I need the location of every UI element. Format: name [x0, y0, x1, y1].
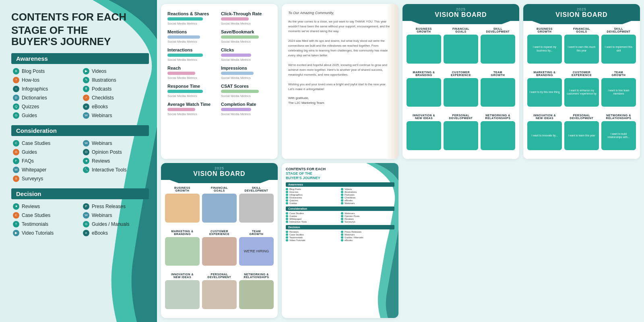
- left-panel: CONTENTS FOR EACH STAGE OF THE BUYER'S J…: [0, 0, 157, 322]
- gman-icon: G: [83, 221, 89, 227]
- list-item: ★Reviews: [13, 202, 79, 211]
- list-item: WWhitepaper: [13, 166, 79, 174]
- vision-cell: MARKETING &BRANDING: [407, 71, 441, 112]
- metric-bar: [221, 108, 251, 111]
- list-item: eBooks: [341, 199, 394, 202]
- vision-cell: MARKETING &BRANDING: [165, 230, 200, 271]
- consideration-header: Consideration: [11, 125, 149, 136]
- metric-item: Reactions & Shares Social Media Metrics: [167, 11, 218, 25]
- awareness-items: BBlog Posts ▶Videos ?How-tos ✎Illustrati…: [11, 67, 149, 120]
- decision-section: Decision ★Reviews PPress Releases CCase …: [11, 188, 149, 237]
- list-item: CCase Studies: [13, 139, 79, 147]
- list-item: Press Releases: [341, 231, 394, 233]
- vision-cell: INNOVATION &NEW IDEASI want to innovate …: [527, 114, 562, 155]
- mini-consideration-items: Case Studies Webinars Guides Opinion Pos…: [286, 212, 394, 223]
- vision-cell: NETWORKING &RELATIONSHIPS: [239, 273, 274, 314]
- case-icon: C: [13, 140, 19, 147]
- check-icon: ✓: [83, 95, 89, 101]
- guide-icon: G: [13, 112, 19, 119]
- metric-bar: [221, 90, 259, 93]
- list-item: Guides: [286, 215, 339, 217]
- vision-board-images: 2025 VISION BOARD BUSINESSGROWTH FINANCI…: [161, 163, 278, 318]
- mini-decision-items: Reviews Press Releases Case Studies Webi…: [286, 231, 394, 242]
- list-item: Surveyrys: [341, 221, 394, 223]
- list-item: Infographics: [286, 194, 339, 196]
- list-item: Podcasts: [341, 194, 394, 196]
- list-item: iInfographics: [13, 85, 79, 93]
- list-item: Webinars: [341, 233, 394, 236]
- list-item: Video Tutorials: [286, 239, 339, 242]
- howto-icon: ?: [13, 77, 19, 83]
- video-icon: ▶: [83, 68, 89, 74]
- list-item: Opinion Posts: [341, 215, 394, 217]
- list-item: 🎙Podcasts: [83, 85, 149, 93]
- vision-cell: FINANCIALGOALS: [444, 27, 478, 68]
- list-item: ✓Checklists: [83, 94, 149, 102]
- mini-awareness-items: Blog Posts Videos How-tos Illustrations …: [286, 188, 394, 204]
- vision-cell: CUSTOMEREXPERIENCE: [444, 71, 478, 112]
- metric-item: CSAT Scores Social Media Metrics: [221, 84, 271, 98]
- list-item: TTestimonials: [13, 220, 79, 228]
- right-grid: Reactions & Shares Social Media Metrics …: [157, 0, 644, 322]
- vision-board-text: 2025 VISION BOARD BUSINESSGROWTHI want t…: [523, 4, 640, 159]
- quiz-icon: Q: [13, 103, 19, 110]
- vision-cell: CUSTOMEREXPERIENCEI want to enhance my c…: [564, 71, 599, 112]
- consideration-section: Consideration CCase Studies WWebinars GG…: [11, 125, 149, 183]
- list-item: SSurveyrys: [13, 175, 79, 183]
- list-item: Illustrations: [341, 191, 394, 193]
- title-line1: CONTENTS FOR EACH: [11, 11, 149, 23]
- list-item: Videos: [341, 188, 394, 190]
- vision-cell: BUSINESSGROWTH: [165, 186, 200, 227]
- metric-bar: [221, 54, 251, 57]
- webinar-icon: W: [83, 112, 89, 119]
- metric-bar: [167, 108, 195, 111]
- decision-header: Decision: [11, 188, 149, 199]
- letter-body: As the year comes to a close, we just wa…: [288, 19, 392, 92]
- list-item: OOpinion Posts: [83, 148, 149, 156]
- main-title: CONTENTS FOR EACH STAGE OF THE BUYER'S J…: [11, 11, 149, 47]
- list-item: Webinars: [341, 202, 394, 204]
- list-item: Checklists: [341, 196, 394, 199]
- mini-content-card: CONTENTS FOR EACHSTAGE OF THEBUYER'S JOU…: [282, 163, 398, 318]
- vision-cell: FINANCIALGOALS: [202, 186, 237, 227]
- press-icon: P: [83, 203, 89, 210]
- vision-header: 2025 VISION BOARD: [161, 163, 278, 180]
- vision-header: 2025 VISION BOARD: [402, 4, 519, 21]
- letter-card: To Our Amazing Community, As the year co…: [282, 4, 398, 159]
- metric-bar: [221, 35, 259, 39]
- list-item: QQuizzes: [13, 103, 79, 111]
- vision-cell: PERSONALDEVELOPMENT: [444, 114, 478, 155]
- mini-awareness-header: Awareness: [286, 182, 394, 187]
- list-item: FFAQs: [13, 157, 79, 165]
- ebook-icon: e: [83, 103, 89, 110]
- list-item: Guides / Manuals: [341, 236, 394, 239]
- metric-item: Clicks Social Media Metrics: [221, 47, 271, 62]
- vision-header: 2025 VISION BOARD: [523, 4, 640, 21]
- list-item: eBooks: [341, 239, 394, 242]
- podcast-icon: 🎙: [83, 86, 89, 92]
- vision-cell: BUSINESSGROWTH: [407, 27, 441, 68]
- vision-cell: NETWORKING &RELATIONSHIPSI want to build…: [601, 114, 636, 155]
- vid-icon: ▶: [13, 230, 19, 236]
- vision-cell: TEAMGROWTHI want to hire team members: [601, 71, 636, 112]
- vision-cell: PERSONALDEVELOPMENTI want to learn this …: [564, 114, 599, 155]
- list-item: ▶Video Tutorials: [13, 229, 79, 237]
- opinion-icon: O: [83, 149, 89, 155]
- vision-cell: INNOVATION &NEW IDEAS: [165, 273, 200, 314]
- metric-item: Completion Rate Social Media Metrics: [221, 102, 271, 116]
- review-icon: ★: [83, 158, 89, 164]
- vision-cell: TEAMGROWTH: [481, 71, 515, 112]
- list-item: Guides: [286, 202, 339, 204]
- metric-bar: [167, 90, 203, 93]
- tool-icon: 🔧: [83, 167, 89, 173]
- metric-item: Response Time Social Media Metrics: [167, 84, 218, 98]
- list-item: Reviews: [286, 231, 339, 233]
- mini-decision-header: Decision: [286, 225, 394, 229]
- list-item: GGuides: [13, 148, 79, 156]
- survey-icon: S: [13, 175, 19, 182]
- vision-grid: BUSINESSGROWTH FINANCIALGOALS SKILLDEVEL…: [161, 180, 278, 318]
- illus-icon: ✎: [83, 77, 89, 83]
- list-item: Testimonials: [286, 236, 339, 239]
- blog-icon: B: [13, 68, 19, 74]
- list-item: Dictionaries: [286, 196, 339, 199]
